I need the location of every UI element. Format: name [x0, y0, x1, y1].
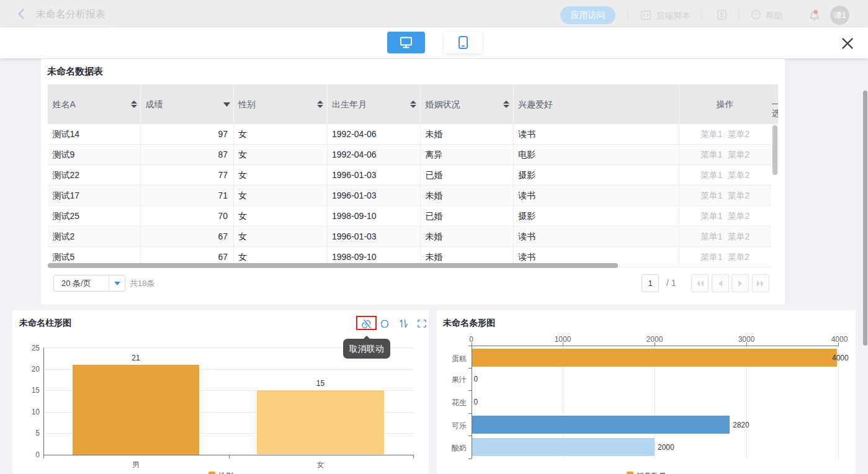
svg-text:?: ?	[754, 11, 758, 18]
